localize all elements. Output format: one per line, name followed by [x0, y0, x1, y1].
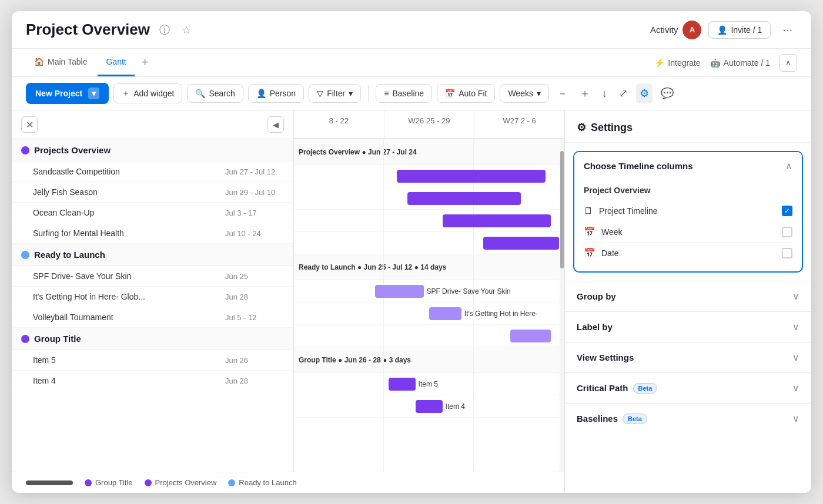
activity-label: Activity	[650, 25, 678, 35]
week-checkbox[interactable]	[782, 227, 792, 237]
integrate-icon: ⚡	[654, 58, 664, 68]
group-label-ready: Ready to Launch	[34, 250, 105, 260]
item-name: Surfing for Mental Health	[33, 229, 216, 238]
more-button[interactable]: ···	[778, 21, 797, 39]
info-icon[interactable]: ⓘ	[157, 21, 172, 39]
collapsible-header-label-by[interactable]: Label by ∨	[565, 312, 811, 342]
timeline-section-header[interactable]: Choose Timeline columns ∧	[574, 152, 802, 180]
project-title: Project Overview	[26, 21, 150, 39]
filter-dropdown-icon: ▾	[349, 89, 353, 98]
legend-label-projects: Projects Overview	[155, 478, 217, 487]
timeline-section-title: Choose Timeline columns	[584, 161, 693, 171]
date-checkbox[interactable]	[782, 248, 792, 258]
legend-item-ready: Ready to Launch	[228, 478, 296, 487]
checkbox-left-project-timeline: 🗒 Project Timeline	[584, 206, 658, 216]
gantt-left-panel: Projects Overview Sandcastle Competition…	[12, 139, 294, 472]
legend-dot-ready	[228, 479, 235, 486]
collapse-button[interactable]: ∧	[779, 54, 797, 72]
timeline-section-body: Project Overview 🗒 Project Timeline ✓ 📅 …	[574, 180, 802, 271]
bar-row-9: Item 4	[294, 395, 564, 418]
tab-gantt[interactable]: Gantt	[98, 49, 134, 76]
group-row-ready-to-launch: Ready to Launch	[12, 244, 293, 266]
invite-button[interactable]: 👤 Invite / 1	[708, 21, 771, 39]
week-col-2: W26 25 - 29	[384, 110, 475, 138]
bar-label-hot: It's Getting Hot in Here-	[464, 310, 538, 318]
gantt-bar-item5	[389, 378, 416, 391]
list-item: Ocean Clean-Up Jul 3 - 17	[12, 203, 293, 223]
zoom-out-button[interactable]: －	[554, 83, 571, 104]
list-item: Item 4 Jun 28	[12, 371, 293, 391]
settings-gear-icon: ⚙	[577, 121, 586, 134]
export-button[interactable]: ↓	[598, 84, 611, 103]
comment-button[interactable]: 💬	[657, 83, 677, 103]
gantt-bar-volleyball	[510, 330, 551, 342]
expand-button[interactable]: ⤢	[615, 83, 631, 103]
bottom-legend: Group Title Projects Overview Ready to L…	[12, 472, 564, 493]
activity-button[interactable]: Activity A	[650, 21, 702, 39]
baseline-button[interactable]: ≡ Baseline	[376, 84, 432, 103]
automate-button[interactable]: 🤖 Automate / 1	[710, 58, 770, 68]
collapsible-header-baselines[interactable]: Baselines Beta ∨	[565, 404, 811, 434]
collapsible-header-critical-path[interactable]: Critical Path Beta ∨	[565, 373, 811, 403]
gantt-bar-ocean	[443, 214, 551, 227]
timeline-section: Choose Timeline columns ∧ Project Overvi…	[573, 151, 803, 273]
bar-row-1	[294, 165, 564, 187]
weeks-selector[interactable]: Weeks ▾	[500, 84, 549, 103]
project-timeline-checkbox[interactable]: ✓	[782, 206, 792, 216]
gantt-area: ✕ ◀ 8 - 22 W26 25 - 29 W27 2 - 6	[12, 110, 564, 493]
item-name: Item 4	[33, 376, 216, 385]
avatar: A	[683, 21, 701, 39]
star-icon[interactable]: ☆	[179, 21, 193, 39]
collapsible-header-view-settings[interactable]: View Settings ∨	[565, 342, 811, 372]
checkbox-row-week: 📅 Week	[584, 221, 792, 243]
filter-button[interactable]: ▽ Filter ▾	[309, 84, 361, 103]
group-label-group3: Group Title	[34, 334, 81, 344]
new-project-label: New Project	[35, 89, 82, 98]
bar-row-2	[294, 187, 564, 210]
collapsible-header-group-by[interactable]: Group by ∨	[565, 281, 811, 311]
auto-fit-button[interactable]: 📅 Auto Fit	[437, 84, 495, 103]
search-button[interactable]: 🔍 Search	[187, 84, 243, 103]
dropdown-arrow-icon: ▾	[88, 88, 99, 99]
collapse-panel-button[interactable]: ◀	[267, 116, 284, 133]
gantt-bar-hot	[429, 307, 461, 320]
person-button[interactable]: 👤 Person	[248, 84, 304, 103]
zoom-in-button[interactable]: ＋	[576, 83, 594, 104]
integrate-button[interactable]: ⚡ Integrate	[654, 58, 700, 68]
bar-row-6: It's Getting Hot in Here-	[294, 303, 564, 325]
date-icon: 📅	[584, 247, 595, 258]
bar-row-3	[294, 210, 564, 232]
baseline-icon: ≡	[384, 89, 389, 98]
search-icon: 🔍	[195, 89, 205, 98]
bar-row-7	[294, 325, 564, 347]
item-date: Jul 10 - 24	[225, 229, 284, 238]
gantt-right-inner: Projects Overview ● Jun 27 - Jul 24	[294, 139, 564, 472]
week-col-1: 8 - 22	[294, 110, 384, 138]
add-widget-button[interactable]: ＋ Add widget	[113, 83, 182, 103]
item-name: Jelly Fish Season	[33, 187, 216, 197]
week-icon: 📅	[584, 226, 595, 237]
gantt-right-panel: Projects Overview ● Jun 27 - Jul 24	[294, 139, 564, 472]
main-content: ✕ ◀ 8 - 22 W26 25 - 29 W27 2 - 6	[12, 110, 811, 493]
baselines-title: Baselines	[577, 414, 618, 424]
collapsible-view-settings: View Settings ∨	[565, 342, 811, 372]
header: Project Overview ⓘ ☆ Activity A 👤 Invite…	[12, 11, 811, 49]
gantt-header: ✕ ◀ 8 - 22 W26 25 - 29 W27 2 - 6	[12, 110, 564, 139]
gantt-left-header: ✕ ◀	[12, 110, 294, 139]
new-project-button[interactable]: New Project ▾	[26, 83, 109, 104]
close-icon-button[interactable]: ✕	[21, 116, 38, 133]
legend-dot-group-title	[85, 479, 92, 486]
tab-main-table[interactable]: 🏠 Main Table	[26, 49, 95, 76]
integrate-label: Integrate	[668, 58, 700, 68]
item-date: Jul 3 - 17	[225, 209, 284, 217]
collapsible-critical-path: Critical Path Beta ∨	[565, 372, 811, 403]
gantt-scrollbar[interactable]	[560, 139, 564, 472]
group-row-group-title: Group Title	[12, 328, 293, 350]
bar-label-item5: Item 5	[419, 380, 438, 388]
list-item: Jelly Fish Season Jun 29 - Jul 10	[12, 182, 293, 203]
add-tab-button[interactable]: +	[137, 56, 153, 69]
settings-button[interactable]: ⚙	[636, 83, 653, 103]
calendar-icon: 📅	[445, 89, 455, 98]
invite-label: Invite / 1	[731, 25, 762, 35]
person-label: Person	[270, 89, 296, 98]
